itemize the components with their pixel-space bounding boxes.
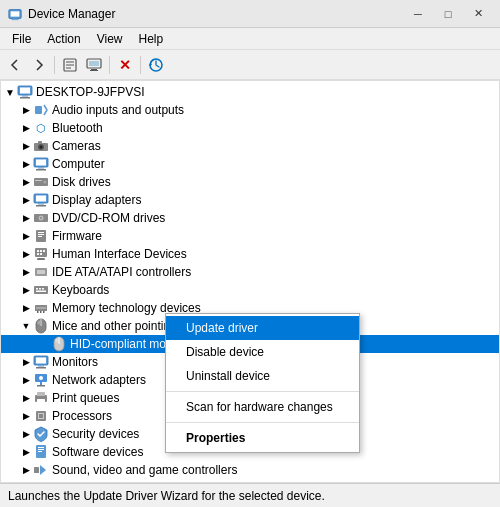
processors-arrow: ▶ <box>19 407 33 425</box>
cameras-arrow: ▶ <box>19 137 33 155</box>
software-label: Software devices <box>49 445 143 459</box>
print-icon <box>33 390 49 406</box>
root-label: DESKTOP-9JFPVSI <box>33 85 144 99</box>
tree-bluetooth[interactable]: ▶ ⬡ Bluetooth <box>1 119 499 137</box>
svg-rect-69 <box>36 367 46 369</box>
sound-arrow: ▶ <box>19 461 33 479</box>
network-label: Network adapters <box>49 373 146 387</box>
monitors-label: Monitors <box>49 355 98 369</box>
tree-dvd[interactable]: ▶ DVD/CD-ROM drives <box>1 209 499 227</box>
svg-rect-22 <box>38 141 42 144</box>
svg-rect-44 <box>43 250 45 252</box>
firmware-label: Firmware <box>49 229 102 243</box>
audio-label: Audio inputs and outputs <box>49 103 184 117</box>
toolbar-properties[interactable] <box>59 54 81 76</box>
tree-keyboards[interactable]: ▶ Keyboards <box>1 281 499 299</box>
toolbar-back[interactable] <box>4 54 26 76</box>
svg-rect-32 <box>38 204 44 205</box>
menu-file[interactable]: File <box>4 30 39 48</box>
display-label: Display adapters <box>49 193 141 207</box>
dvd-label: DVD/CD-ROM drives <box>49 211 165 225</box>
svg-rect-45 <box>37 253 39 255</box>
root-arrow: ▼ <box>3 83 17 101</box>
storage-icon <box>33 480 49 483</box>
svg-rect-15 <box>20 88 30 94</box>
tree-computer[interactable]: ▶ Computer <box>1 155 499 173</box>
security-label: Security devices <box>49 427 139 441</box>
toolbar-sep1 <box>54 56 55 74</box>
dvd-arrow: ▶ <box>19 209 33 227</box>
main-content: ▼ DESKTOP-9JFPVSI ▶ Audio inputs and out… <box>0 80 500 483</box>
svg-rect-3 <box>12 19 19 20</box>
svg-rect-26 <box>36 169 46 171</box>
tree-firmware[interactable]: ▶ Firmware <box>1 227 499 245</box>
hid-icon <box>33 246 49 262</box>
print-arrow: ▶ <box>19 389 33 407</box>
toolbar-update-driver[interactable] <box>83 54 105 76</box>
title-bar-controls: ─ □ ✕ <box>404 3 492 25</box>
firmware-arrow: ▶ <box>19 227 33 245</box>
svg-point-36 <box>40 217 42 219</box>
svg-rect-42 <box>37 250 39 252</box>
audio-icon <box>33 102 49 118</box>
tree-display[interactable]: ▶ Display adapters <box>1 191 499 209</box>
cameras-label: Cameras <box>49 139 101 153</box>
keyboards-arrow: ▶ <box>19 281 33 299</box>
tree-disk[interactable]: ▶ Disk drives <box>1 173 499 191</box>
svg-rect-72 <box>40 382 42 385</box>
svg-rect-43 <box>40 250 42 252</box>
network-icon <box>33 372 49 388</box>
svg-rect-31 <box>36 196 46 202</box>
ctx-disable-device[interactable]: Disable device <box>166 340 359 364</box>
window-title: Device Manager <box>28 7 115 21</box>
security-arrow: ▶ <box>19 425 33 443</box>
svg-rect-73 <box>37 385 45 387</box>
maximize-button[interactable]: □ <box>434 3 462 25</box>
toolbar-scan[interactable] <box>145 54 167 76</box>
toolbar-sep2 <box>109 56 110 74</box>
menu-view[interactable]: View <box>89 30 131 48</box>
computer-label: Computer <box>49 157 105 171</box>
minimize-button[interactable]: ─ <box>404 3 432 25</box>
bluetooth-label: Bluetooth <box>49 121 103 135</box>
menu-action[interactable]: Action <box>39 30 88 48</box>
close-button[interactable]: ✕ <box>464 3 492 25</box>
ctx-uninstall-device[interactable]: Uninstall device <box>166 364 359 388</box>
bluetooth-arrow: ▶ <box>19 119 33 137</box>
svg-rect-54 <box>36 291 46 293</box>
svg-rect-33 <box>36 205 46 207</box>
title-bar-left: Device Manager <box>8 7 115 21</box>
svg-rect-9 <box>89 61 99 66</box>
toolbar-forward[interactable] <box>28 54 50 76</box>
software-icon <box>33 444 49 460</box>
display-arrow: ▶ <box>19 191 33 209</box>
disk-label: Disk drives <box>49 175 111 189</box>
tree-cameras[interactable]: ▶ Cameras <box>1 137 499 155</box>
tree-hid[interactable]: ▶ Human Interface Devices <box>1 245 499 263</box>
ctx-properties[interactable]: Properties <box>166 426 359 450</box>
audio-arrow: ▶ <box>19 101 33 119</box>
ctx-scan-hardware[interactable]: Scan for hardware changes <box>166 395 359 419</box>
svg-rect-76 <box>37 399 45 403</box>
svg-rect-46 <box>40 253 42 255</box>
display-icon <box>33 192 49 208</box>
tree-ide[interactable]: ▶ IDE ATA/ATAPI controllers <box>1 263 499 281</box>
ctx-update-driver[interactable]: Update driver <box>166 316 359 340</box>
svg-rect-25 <box>38 168 44 169</box>
svg-rect-50 <box>34 286 48 294</box>
software-arrow: ▶ <box>19 443 33 461</box>
sound-label: Sound, video and game controllers <box>49 463 237 477</box>
svg-rect-41 <box>35 248 47 257</box>
tree-sound[interactable]: ▶ Sound, video and game controllers <box>1 461 499 479</box>
hid-label: Human Interface Devices <box>49 247 187 261</box>
toolbar-disable[interactable]: ✕ <box>114 54 136 76</box>
svg-rect-18 <box>35 106 42 114</box>
processors-icon <box>33 408 49 424</box>
tree-audio[interactable]: ▶ Audio inputs and outputs <box>1 101 499 119</box>
menu-help[interactable]: Help <box>131 30 172 48</box>
tree-storage[interactable]: ▶ Storage controllers <box>1 479 499 483</box>
root-icon <box>17 84 33 100</box>
svg-rect-38 <box>38 232 44 233</box>
tree-root[interactable]: ▼ DESKTOP-9JFPVSI <box>1 83 499 101</box>
storage-label: Storage controllers <box>49 481 153 483</box>
